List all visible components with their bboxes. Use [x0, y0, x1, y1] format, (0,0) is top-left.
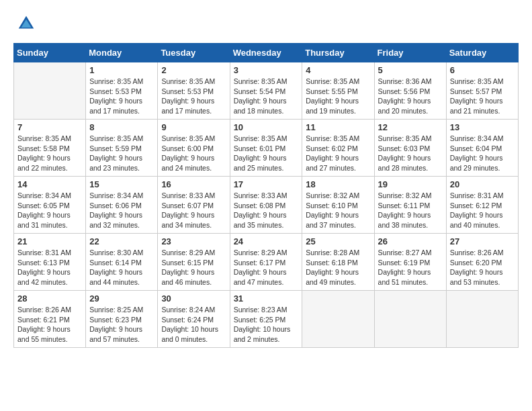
week-row-2: 7 Sunrise: 8:35 AM Sunset: 5:58 PM Dayli…: [14, 120, 519, 177]
day-info: Sunrise: 8:35 AM Sunset: 5:59 PM Dayligh…: [89, 134, 154, 173]
day-number: 19: [378, 179, 443, 189]
day-info: Sunrise: 8:35 AM Sunset: 5:57 PM Dayligh…: [450, 77, 515, 116]
day-number: 6: [450, 65, 515, 75]
day-number: 13: [450, 122, 515, 132]
day-number: 14: [17, 179, 82, 189]
calendar-cell: 29 Sunrise: 8:25 AM Sunset: 6:23 PM Dayl…: [86, 291, 158, 348]
calendar-cell: 12 Sunrise: 8:35 AM Sunset: 6:03 PM Dayl…: [374, 120, 446, 177]
day-info: Sunrise: 8:28 AM Sunset: 6:18 PM Dayligh…: [306, 248, 370, 287]
calendar-cell: [446, 291, 518, 348]
weekday-header-sunday: Sunday: [14, 44, 86, 62]
day-info: Sunrise: 8:35 AM Sunset: 5:54 PM Dayligh…: [234, 77, 299, 116]
calendar-cell: 28 Sunrise: 8:26 AM Sunset: 6:21 PM Dayl…: [14, 291, 86, 348]
calendar-table: SundayMondayTuesdayWednesdayThursdayFrid…: [13, 43, 519, 348]
calendar-cell: 30 Sunrise: 8:24 AM Sunset: 6:24 PM Dayl…: [158, 291, 230, 348]
day-info: Sunrise: 8:29 AM Sunset: 6:15 PM Dayligh…: [161, 248, 226, 287]
day-info: Sunrise: 8:35 AM Sunset: 5:58 PM Dayligh…: [17, 134, 82, 173]
day-info: Sunrise: 8:23 AM Sunset: 6:25 PM Dayligh…: [234, 305, 299, 345]
day-info: Sunrise: 8:25 AM Sunset: 6:23 PM Dayligh…: [89, 305, 154, 345]
calendar-cell: 10 Sunrise: 8:35 AM Sunset: 6:01 PM Dayl…: [230, 120, 302, 177]
day-number: 23: [161, 236, 226, 246]
weekday-header-monday: Monday: [86, 44, 158, 62]
day-info: Sunrise: 8:30 AM Sunset: 6:14 PM Dayligh…: [89, 248, 154, 287]
day-number: 22: [89, 236, 154, 246]
day-number: 9: [161, 122, 226, 132]
day-info: Sunrise: 8:31 AM Sunset: 6:13 PM Dayligh…: [17, 248, 82, 287]
calendar-cell: 20 Sunrise: 8:31 AM Sunset: 6:12 PM Dayl…: [446, 177, 518, 234]
day-info: Sunrise: 8:33 AM Sunset: 6:08 PM Dayligh…: [234, 191, 299, 230]
day-info: Sunrise: 8:36 AM Sunset: 5:56 PM Dayligh…: [378, 77, 443, 116]
calendar-cell: 11 Sunrise: 8:35 AM Sunset: 6:02 PM Dayl…: [302, 120, 374, 177]
calendar-cell: 15 Sunrise: 8:34 AM Sunset: 6:06 PM Dayl…: [86, 177, 158, 234]
day-number: 16: [161, 179, 226, 189]
logo-icon: [16, 13, 36, 34]
day-info: Sunrise: 8:35 AM Sunset: 6:03 PM Dayligh…: [378, 134, 443, 173]
calendar-cell: [302, 291, 374, 348]
day-number: 31: [234, 293, 299, 304]
calendar-cell: 5 Sunrise: 8:36 AM Sunset: 5:56 PM Dayli…: [374, 62, 446, 120]
day-number: 8: [89, 122, 154, 132]
day-number: 20: [450, 179, 515, 189]
week-row-3: 14 Sunrise: 8:34 AM Sunset: 6:05 PM Dayl…: [14, 177, 519, 234]
calendar-cell: 16 Sunrise: 8:33 AM Sunset: 6:07 PM Dayl…: [158, 177, 230, 234]
weekday-header-wednesday: Wednesday: [230, 44, 302, 62]
day-number: 25: [306, 236, 370, 246]
day-info: Sunrise: 8:35 AM Sunset: 5:53 PM Dayligh…: [89, 77, 154, 116]
day-number: 30: [161, 293, 226, 304]
day-number: 24: [234, 236, 299, 246]
day-info: Sunrise: 8:32 AM Sunset: 6:10 PM Dayligh…: [306, 191, 370, 230]
weekday-header-friday: Friday: [374, 44, 446, 62]
day-info: Sunrise: 8:32 AM Sunset: 6:11 PM Dayligh…: [378, 191, 443, 230]
day-number: 10: [234, 122, 299, 132]
calendar-cell: 26 Sunrise: 8:27 AM Sunset: 6:19 PM Dayl…: [374, 234, 446, 291]
calendar-cell: 1 Sunrise: 8:35 AM Sunset: 5:53 PM Dayli…: [86, 62, 158, 120]
weekday-header-tuesday: Tuesday: [158, 44, 230, 62]
day-number: 2: [161, 65, 226, 75]
calendar-cell: 23 Sunrise: 8:29 AM Sunset: 6:15 PM Dayl…: [158, 234, 230, 291]
calendar-cell: 7 Sunrise: 8:35 AM Sunset: 5:58 PM Dayli…: [14, 120, 86, 177]
day-info: Sunrise: 8:35 AM Sunset: 6:00 PM Dayligh…: [161, 134, 226, 173]
week-row-1: 1 Sunrise: 8:35 AM Sunset: 5:53 PM Dayli…: [14, 62, 519, 120]
weekday-header-saturday: Saturday: [446, 44, 518, 62]
day-info: Sunrise: 8:26 AM Sunset: 6:21 PM Dayligh…: [17, 305, 82, 345]
day-number: 17: [234, 179, 299, 189]
day-number: 18: [306, 179, 370, 189]
calendar-cell: 24 Sunrise: 8:29 AM Sunset: 6:17 PM Dayl…: [230, 234, 302, 291]
calendar-cell: 13 Sunrise: 8:34 AM Sunset: 6:04 PM Dayl…: [446, 120, 518, 177]
day-number: 21: [17, 236, 82, 246]
day-info: Sunrise: 8:34 AM Sunset: 6:05 PM Dayligh…: [17, 191, 82, 230]
calendar-cell: 8 Sunrise: 8:35 AM Sunset: 5:59 PM Dayli…: [86, 120, 158, 177]
calendar-cell: 22 Sunrise: 8:30 AM Sunset: 6:14 PM Dayl…: [86, 234, 158, 291]
day-number: 7: [17, 122, 82, 132]
day-number: 4: [306, 65, 370, 75]
day-info: Sunrise: 8:35 AM Sunset: 5:53 PM Dayligh…: [161, 77, 226, 116]
day-info: Sunrise: 8:35 AM Sunset: 6:01 PM Dayligh…: [234, 134, 299, 173]
calendar-cell: 4 Sunrise: 8:35 AM Sunset: 5:55 PM Dayli…: [302, 62, 374, 120]
day-number: 12: [378, 122, 443, 132]
day-number: 11: [306, 122, 370, 132]
day-number: 3: [234, 65, 299, 75]
day-info: Sunrise: 8:35 AM Sunset: 5:55 PM Dayligh…: [306, 77, 370, 116]
page-header: [13, 13, 519, 36]
day-number: 1: [89, 65, 154, 75]
calendar-cell: 14 Sunrise: 8:34 AM Sunset: 6:05 PM Dayl…: [14, 177, 86, 234]
calendar-cell: 19 Sunrise: 8:32 AM Sunset: 6:11 PM Dayl…: [374, 177, 446, 234]
calendar-cell: [374, 291, 446, 348]
calendar-cell: 3 Sunrise: 8:35 AM Sunset: 5:54 PM Dayli…: [230, 62, 302, 120]
day-number: 5: [378, 65, 443, 75]
calendar-cell: 27 Sunrise: 8:26 AM Sunset: 6:20 PM Dayl…: [446, 234, 518, 291]
day-info: Sunrise: 8:26 AM Sunset: 6:20 PM Dayligh…: [450, 248, 515, 287]
calendar-cell: 25 Sunrise: 8:28 AM Sunset: 6:18 PM Dayl…: [302, 234, 374, 291]
day-info: Sunrise: 8:35 AM Sunset: 6:02 PM Dayligh…: [306, 134, 370, 173]
day-info: Sunrise: 8:34 AM Sunset: 6:06 PM Dayligh…: [89, 191, 154, 230]
week-row-4: 21 Sunrise: 8:31 AM Sunset: 6:13 PM Dayl…: [14, 234, 519, 291]
day-number: 27: [450, 236, 515, 246]
calendar-cell: 9 Sunrise: 8:35 AM Sunset: 6:00 PM Dayli…: [158, 120, 230, 177]
day-info: Sunrise: 8:34 AM Sunset: 6:04 PM Dayligh…: [450, 134, 515, 173]
day-info: Sunrise: 8:27 AM Sunset: 6:19 PM Dayligh…: [378, 248, 443, 287]
day-info: Sunrise: 8:31 AM Sunset: 6:12 PM Dayligh…: [450, 191, 515, 230]
calendar-cell: 21 Sunrise: 8:31 AM Sunset: 6:13 PM Dayl…: [14, 234, 86, 291]
calendar-cell: 18 Sunrise: 8:32 AM Sunset: 6:10 PM Dayl…: [302, 177, 374, 234]
day-number: 26: [378, 236, 443, 246]
calendar-cell: 6 Sunrise: 8:35 AM Sunset: 5:57 PM Dayli…: [446, 62, 518, 120]
